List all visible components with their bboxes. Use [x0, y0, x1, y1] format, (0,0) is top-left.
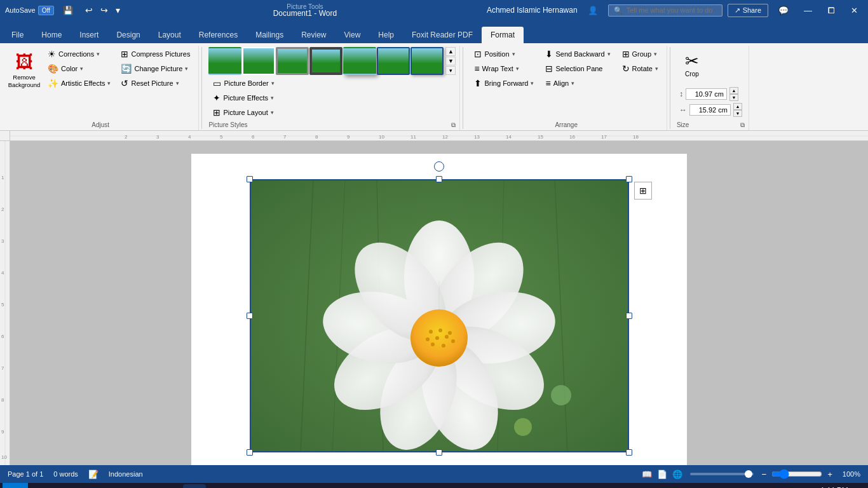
- group-button[interactable]: ⊞ Group ▾: [618, 47, 663, 61]
- picture-style-3[interactable]: [276, 47, 309, 75]
- zoom-in-button[interactable]: +: [827, 470, 832, 479]
- compress-icon: ⊞: [121, 49, 128, 59]
- align-button[interactable]: ≡ Align ▾: [541, 76, 614, 90]
- word-taskbar-button[interactable]: W: [183, 484, 206, 488]
- crop-button[interactable]: ✂ Crop: [679, 50, 705, 86]
- position-button[interactable]: ⊡ Position ▾: [470, 47, 538, 61]
- language-label[interactable]: Indonesian: [109, 470, 143, 478]
- gallery-scroll-up[interactable]: ▲: [445, 47, 456, 56]
- picture-border-button[interactable]: ▭ Picture Border ▾: [208, 76, 278, 90]
- tab-format[interactable]: Format: [482, 27, 524, 43]
- start-button[interactable]: ⊞: [3, 483, 28, 488]
- change-picture-button[interactable]: 🔄 Change Picture ▾: [116, 62, 194, 76]
- layout-options-button[interactable]: ⊞: [634, 182, 652, 200]
- picture-style-1[interactable]: [208, 47, 241, 75]
- bring-forward-button[interactable]: ⬆ Bring Forward ▾: [470, 76, 538, 90]
- undo-redo-group: ↩ ↪ ▾: [82, 3, 123, 17]
- restore-button[interactable]: ⧠: [822, 3, 841, 18]
- search-input[interactable]: [627, 6, 717, 14]
- tab-file[interactable]: File: [3, 27, 32, 43]
- artistic-effects-button[interactable]: ✨ Artistic Effects ▾: [43, 76, 115, 90]
- comments-button[interactable]: 💬: [773, 3, 794, 18]
- compress-pictures-button[interactable]: ⊞ Compress Pictures: [116, 47, 194, 61]
- tab-references[interactable]: References: [190, 27, 247, 43]
- handle-br[interactable]: [626, 449, 632, 456]
- picture-effects-button[interactable]: ✦ Picture Effects ▾: [208, 91, 278, 105]
- doc-area[interactable]: ⊞: [10, 141, 868, 465]
- tab-help[interactable]: Help: [369, 27, 403, 43]
- zoom-thumb[interactable]: [745, 470, 752, 478]
- file-explorer-button[interactable]: 📁: [107, 484, 130, 488]
- read-mode-button[interactable]: 📖: [642, 470, 652, 479]
- handle-bl[interactable]: [247, 449, 253, 456]
- color-button[interactable]: 🎨 Color ▾: [43, 62, 115, 76]
- zoom-percent[interactable]: 100%: [837, 470, 860, 478]
- height-input[interactable]: [686, 88, 727, 100]
- remove-background-button[interactable]: 🖼 Remove Background: [6, 47, 42, 93]
- share-button[interactable]: ↗ File Share: [728, 4, 768, 17]
- tab-review[interactable]: Review: [292, 27, 335, 43]
- zoom-range[interactable]: [771, 469, 822, 479]
- handle-ml[interactable]: [247, 313, 253, 319]
- width-row: ↔ ▲ ▼: [679, 103, 742, 117]
- width-spin-up[interactable]: ▲: [733, 103, 742, 110]
- styles-expand-button[interactable]: ⧉: [451, 121, 456, 129]
- rotate-button[interactable]: ↻ Rotate ▾: [618, 62, 663, 76]
- chrome-button[interactable]: 🌐: [132, 484, 155, 488]
- tab-design[interactable]: Design: [107, 27, 149, 43]
- svg-text:14: 14: [506, 134, 512, 140]
- gallery-scroll-down[interactable]: ▼: [445, 57, 456, 65]
- undo-button[interactable]: ↩: [82, 3, 96, 17]
- print-layout-button[interactable]: 📄: [657, 470, 667, 479]
- picture-style-2[interactable]: [242, 47, 275, 75]
- picture-style-5[interactable]: [343, 47, 376, 75]
- media-icon2[interactable]: 🎵: [158, 484, 180, 488]
- reset-picture-button[interactable]: ↺ Reset Picture ▾: [116, 76, 194, 90]
- picture-style-4[interactable]: [309, 47, 342, 75]
- account-button[interactable]: 👤: [583, 3, 603, 18]
- rotate-handle[interactable]: [434, 161, 444, 172]
- handle-tl[interactable]: [247, 176, 253, 182]
- handle-mr[interactable]: [626, 313, 632, 319]
- tab-view[interactable]: View: [336, 27, 370, 43]
- width-input[interactable]: [689, 104, 731, 116]
- picture-style-6[interactable]: [377, 47, 410, 75]
- tab-insert[interactable]: Insert: [71, 27, 107, 43]
- tab-foxit[interactable]: Foxit Reader PDF: [403, 27, 482, 43]
- search-taskbar-button[interactable]: 🔍: [31, 484, 53, 488]
- media-player-button[interactable]: ▶: [81, 484, 104, 488]
- image-container[interactable]: ⊞: [250, 179, 629, 452]
- picture-style-7[interactable]: [410, 47, 444, 75]
- proofing-icon[interactable]: 📝: [88, 470, 98, 479]
- zoom-out-button[interactable]: −: [761, 470, 766, 479]
- gallery-expand[interactable]: ▾: [445, 66, 456, 75]
- tab-layout[interactable]: Layout: [149, 27, 190, 43]
- send-backward-button[interactable]: ⬇ Send Backward ▾: [541, 47, 614, 61]
- wrap-text-button[interactable]: ≡ Wrap Text ▾: [470, 62, 538, 76]
- height-spin-up[interactable]: ▲: [729, 87, 738, 94]
- handle-bc[interactable]: [436, 449, 442, 456]
- handle-tc[interactable]: [436, 176, 442, 182]
- save-button[interactable]: 💾: [58, 3, 78, 18]
- redo-button[interactable]: ↪: [97, 3, 111, 17]
- size-expand-button[interactable]: ⧉: [740, 121, 745, 129]
- width-spin-down[interactable]: ▼: [733, 110, 742, 117]
- close-button[interactable]: ✕: [846, 3, 863, 18]
- task-view-button[interactable]: ⧉: [56, 484, 79, 488]
- picture-layout-button[interactable]: ⊞ Picture Layout ▾: [208, 105, 278, 119]
- search-box[interactable]: 🔍: [608, 4, 722, 17]
- customize-qat-button[interactable]: ▾: [112, 3, 123, 17]
- web-layout-button[interactable]: 🌐: [672, 470, 682, 479]
- autosave-badge[interactable]: Off: [38, 6, 54, 15]
- selection-pane-button[interactable]: ⊟ Selection Pane: [541, 62, 614, 76]
- tab-home[interactable]: Home: [32, 27, 71, 43]
- svg-text:6: 6: [252, 134, 255, 140]
- minimize-button[interactable]: —: [799, 3, 817, 18]
- corrections-button[interactable]: ☀ Corrections ▾: [43, 47, 115, 61]
- document-image[interactable]: [250, 179, 629, 452]
- handle-tr[interactable]: [626, 176, 632, 182]
- settings-taskbar-button[interactable]: ⚙: [208, 484, 231, 488]
- zoom-slider[interactable]: [690, 473, 754, 475]
- tab-mailings[interactable]: Mailings: [247, 27, 292, 43]
- height-spin-down[interactable]: ▼: [729, 94, 738, 101]
